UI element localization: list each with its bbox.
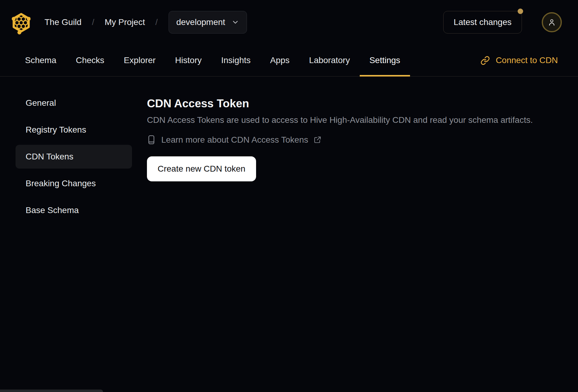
user-avatar-button[interactable] <box>542 12 562 32</box>
tab-label: Insights <box>221 55 251 65</box>
breadcrumb-separator: / <box>92 17 94 27</box>
settings-sidebar: General Registry Tokens CDN Tokens Break… <box>16 91 132 225</box>
tab-explorer[interactable]: Explorer <box>114 45 165 76</box>
connect-to-cdn-link[interactable]: Connect to CDN <box>480 45 558 76</box>
sidebar-item-breaking-changes[interactable]: Breaking Changes <box>16 172 132 195</box>
sidebar-item-label: Breaking Changes <box>26 179 96 188</box>
hive-logo-icon[interactable] <box>11 10 30 34</box>
breadcrumb-org[interactable]: The Guild <box>45 17 81 27</box>
sidebar-item-label: CDN Tokens <box>26 152 73 162</box>
sidebar-item-label: General <box>26 98 56 108</box>
create-cdn-token-button[interactable]: Create new CDN token <box>147 156 256 181</box>
target-selector-dropdown[interactable]: development <box>169 11 247 34</box>
cdn-token-panel: CDN Access Token CDN Access Tokens are u… <box>147 91 533 181</box>
target-selector-value: development <box>176 17 225 27</box>
page-title: CDN Access Token <box>147 97 533 110</box>
tab-apps[interactable]: Apps <box>260 45 299 76</box>
settings-content: General Registry Tokens CDN Tokens Break… <box>0 77 578 225</box>
tab-settings[interactable]: Settings <box>360 45 410 76</box>
tab-laboratory[interactable]: Laboratory <box>299 45 360 76</box>
external-link-icon <box>314 136 321 144</box>
book-icon <box>147 135 156 145</box>
tab-label: History <box>175 55 202 65</box>
page-description: CDN Access Tokens are used to access to … <box>147 115 533 125</box>
sidebar-item-label: Registry Tokens <box>26 125 86 135</box>
tab-insights[interactable]: Insights <box>211 45 260 76</box>
sidebar-item-label: Base Schema <box>26 205 79 215</box>
tab-label: Explorer <box>124 55 155 65</box>
tab-label: Apps <box>270 55 290 65</box>
tab-history[interactable]: History <box>165 45 211 76</box>
breadcrumb-project[interactable]: My Project <box>105 17 145 27</box>
person-icon <box>548 18 556 27</box>
link-chain-icon <box>480 56 490 65</box>
tab-label: Settings <box>369 55 400 65</box>
breadcrumb: The Guild / My Project / <box>45 17 158 27</box>
tab-label: Laboratory <box>309 55 350 65</box>
tab-schema[interactable]: Schema <box>15 45 66 76</box>
latest-changes-button[interactable]: Latest changes <box>443 11 522 34</box>
sidebar-item-base-schema[interactable]: Base Schema <box>16 198 132 222</box>
tab-label: Schema <box>25 55 56 65</box>
breadcrumb-separator: / <box>155 17 158 27</box>
learn-more-label: Learn more about CDN Access Tokens <box>161 135 308 145</box>
sidebar-item-registry-tokens[interactable]: Registry Tokens <box>16 118 132 142</box>
tab-label: Checks <box>76 55 104 65</box>
app-header: The Guild / My Project / development Lat… <box>0 0 578 45</box>
notification-dot <box>518 9 523 14</box>
latest-changes-label: Latest changes <box>454 17 512 27</box>
tab-checks[interactable]: Checks <box>66 45 114 76</box>
learn-more-link[interactable]: Learn more about CDN Access Tokens <box>147 135 533 145</box>
connect-to-cdn-label: Connect to CDN <box>496 55 558 65</box>
sidebar-item-cdn-tokens[interactable]: CDN Tokens <box>16 145 132 169</box>
chevron-down-icon <box>231 18 239 26</box>
sidebar-item-general[interactable]: General <box>16 91 132 115</box>
project-nav-tabs: Schema Checks Explorer History Insights … <box>0 45 578 77</box>
bottom-sheet-edge <box>0 390 103 392</box>
